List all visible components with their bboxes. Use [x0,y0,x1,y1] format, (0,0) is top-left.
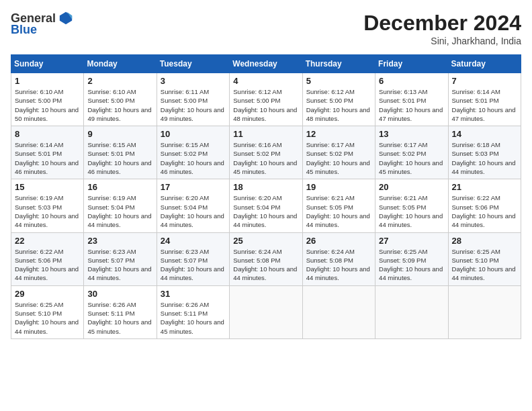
calendar-day-17: 17Sunrise: 6:20 AMSunset: 5:04 PMDayligh… [157,179,229,232]
day-info-29: Sunrise: 6:25 AMSunset: 5:10 PMDaylight:… [15,300,80,336]
day-info-28: Sunrise: 6:25 AMSunset: 5:10 PMDaylight:… [452,247,517,283]
day-info-2: Sunrise: 6:10 AMSunset: 5:00 PMDaylight:… [87,87,152,123]
day-info-25: Sunrise: 6:24 AMSunset: 5:08 PMDaylight:… [233,247,298,283]
empty-cell [302,285,375,338]
day-number-25: 25 [233,236,298,246]
page-header: General Blue December 2024 Sini, Jharkha… [11,11,521,46]
calendar-day-3: 3Sunrise: 6:11 AMSunset: 5:00 PMDaylight… [157,73,229,126]
calendar-table: SundayMondayTuesdayWednesdayThursdayFrid… [11,54,521,339]
day-info-11: Sunrise: 6:16 AMSunset: 5:02 PMDaylight:… [233,140,298,176]
weekday-header-sunday: Sunday [11,55,84,73]
month-title: December 2024 [363,11,521,36]
day-number-22: 22 [15,236,80,246]
day-number-5: 5 [306,76,371,86]
calendar-week-2: 8Sunrise: 6:14 AMSunset: 5:01 PMDaylight… [11,126,521,179]
day-number-16: 16 [87,182,152,192]
calendar-day-21: 21Sunrise: 6:22 AMSunset: 5:06 PMDayligh… [448,179,521,232]
day-info-9: Sunrise: 6:15 AMSunset: 5:01 PMDaylight:… [87,140,152,176]
day-info-7: Sunrise: 6:14 AMSunset: 5:01 PMDaylight:… [452,87,517,123]
day-info-23: Sunrise: 6:23 AMSunset: 5:07 PMDaylight:… [87,247,152,283]
calendar-day-11: 11Sunrise: 6:16 AMSunset: 5:02 PMDayligh… [230,126,302,179]
day-info-26: Sunrise: 6:24 AMSunset: 5:08 PMDaylight:… [306,247,371,283]
calendar-day-8: 8Sunrise: 6:14 AMSunset: 5:01 PMDaylight… [11,126,84,179]
weekday-header-friday: Friday [375,55,448,73]
calendar-day-31: 31Sunrise: 6:26 AMSunset: 5:11 PMDayligh… [157,285,229,338]
day-info-17: Sunrise: 6:20 AMSunset: 5:04 PMDaylight:… [161,193,226,229]
day-info-18: Sunrise: 6:20 AMSunset: 5:04 PMDaylight:… [233,193,298,229]
empty-cell [230,285,302,338]
day-info-13: Sunrise: 6:17 AMSunset: 5:02 PMDaylight:… [379,140,444,176]
day-number-8: 8 [15,129,80,139]
calendar-day-6: 6Sunrise: 6:13 AMSunset: 5:01 PMDaylight… [375,73,448,126]
day-info-10: Sunrise: 6:15 AMSunset: 5:02 PMDaylight:… [161,140,226,176]
day-info-3: Sunrise: 6:11 AMSunset: 5:00 PMDaylight:… [161,87,226,123]
day-number-31: 31 [161,289,226,299]
day-info-5: Sunrise: 6:12 AMSunset: 5:00 PMDaylight:… [306,87,371,123]
logo: General Blue [11,11,73,37]
calendar-day-19: 19Sunrise: 6:21 AMSunset: 5:05 PMDayligh… [302,179,375,232]
day-number-12: 12 [306,129,371,139]
day-number-15: 15 [15,182,80,192]
day-info-30: Sunrise: 6:26 AMSunset: 5:11 PMDaylight:… [87,300,152,336]
calendar-day-1: 1Sunrise: 6:10 AMSunset: 5:00 PMDaylight… [11,73,84,126]
day-number-1: 1 [15,76,80,86]
weekday-header-saturday: Saturday [448,55,521,73]
calendar-day-2: 2Sunrise: 6:10 AMSunset: 5:00 PMDaylight… [84,73,157,126]
day-info-1: Sunrise: 6:10 AMSunset: 5:00 PMDaylight:… [15,87,80,123]
day-number-6: 6 [379,76,444,86]
weekday-header-thursday: Thursday [302,55,375,73]
day-info-16: Sunrise: 6:19 AMSunset: 5:04 PMDaylight:… [87,193,152,229]
day-number-27: 27 [379,236,444,246]
day-info-19: Sunrise: 6:21 AMSunset: 5:05 PMDaylight:… [306,193,371,229]
calendar-day-15: 15Sunrise: 6:19 AMSunset: 5:03 PMDayligh… [11,179,84,232]
weekday-header-tuesday: Tuesday [157,55,229,73]
calendar-day-13: 13Sunrise: 6:17 AMSunset: 5:02 PMDayligh… [375,126,448,179]
weekday-header-wednesday: Wednesday [230,55,302,73]
calendar-day-23: 23Sunrise: 6:23 AMSunset: 5:07 PMDayligh… [84,232,157,285]
title-area: December 2024 Sini, Jharkhand, India [363,11,521,46]
calendar-day-29: 29Sunrise: 6:25 AMSunset: 5:10 PMDayligh… [11,285,84,338]
calendar-day-4: 4Sunrise: 6:12 AMSunset: 5:00 PMDaylight… [230,73,302,126]
calendar-day-28: 28Sunrise: 6:25 AMSunset: 5:10 PMDayligh… [448,232,521,285]
day-info-21: Sunrise: 6:22 AMSunset: 5:06 PMDaylight:… [452,193,517,229]
calendar-day-12: 12Sunrise: 6:17 AMSunset: 5:02 PMDayligh… [302,126,375,179]
day-number-3: 3 [161,76,226,86]
calendar-day-16: 16Sunrise: 6:19 AMSunset: 5:04 PMDayligh… [84,179,157,232]
day-number-13: 13 [379,129,444,139]
location-subtitle: Sini, Jharkhand, India [363,36,521,46]
calendar-week-4: 22Sunrise: 6:22 AMSunset: 5:06 PMDayligh… [11,232,521,285]
day-number-14: 14 [452,129,517,139]
calendar-day-26: 26Sunrise: 6:24 AMSunset: 5:08 PMDayligh… [302,232,375,285]
calendar-day-30: 30Sunrise: 6:26 AMSunset: 5:11 PMDayligh… [84,285,157,338]
day-number-9: 9 [87,129,152,139]
calendar-week-5: 29Sunrise: 6:25 AMSunset: 5:10 PMDayligh… [11,285,521,338]
day-number-20: 20 [379,182,444,192]
day-number-21: 21 [452,182,517,192]
day-info-6: Sunrise: 6:13 AMSunset: 5:01 PMDaylight:… [379,87,444,123]
calendar-day-24: 24Sunrise: 6:23 AMSunset: 5:07 PMDayligh… [157,232,229,285]
day-info-4: Sunrise: 6:12 AMSunset: 5:00 PMDaylight:… [233,87,298,123]
day-number-29: 29 [15,289,80,299]
day-info-15: Sunrise: 6:19 AMSunset: 5:03 PMDaylight:… [15,193,80,229]
empty-cell [375,285,448,338]
day-info-12: Sunrise: 6:17 AMSunset: 5:02 PMDaylight:… [306,140,371,176]
day-number-11: 11 [233,129,298,139]
logo-blue-text: Blue [11,23,37,37]
day-info-20: Sunrise: 6:21 AMSunset: 5:05 PMDaylight:… [379,193,444,229]
calendar-body: 1Sunrise: 6:10 AMSunset: 5:00 PMDaylight… [11,73,521,339]
calendar-day-20: 20Sunrise: 6:21 AMSunset: 5:05 PMDayligh… [375,179,448,232]
day-number-26: 26 [306,236,371,246]
calendar-day-9: 9Sunrise: 6:15 AMSunset: 5:01 PMDaylight… [84,126,157,179]
day-number-28: 28 [452,236,517,246]
weekday-header-row: SundayMondayTuesdayWednesdayThursdayFrid… [11,55,521,73]
calendar-day-18: 18Sunrise: 6:20 AMSunset: 5:04 PMDayligh… [230,179,302,232]
svg-marker-0 [60,12,72,24]
day-number-10: 10 [161,129,226,139]
calendar-day-27: 27Sunrise: 6:25 AMSunset: 5:09 PMDayligh… [375,232,448,285]
day-number-17: 17 [161,182,226,192]
day-info-24: Sunrise: 6:23 AMSunset: 5:07 PMDaylight:… [161,247,226,283]
calendar-day-14: 14Sunrise: 6:18 AMSunset: 5:03 PMDayligh… [448,126,521,179]
day-info-8: Sunrise: 6:14 AMSunset: 5:01 PMDaylight:… [15,140,80,176]
calendar-week-3: 15Sunrise: 6:19 AMSunset: 5:03 PMDayligh… [11,179,521,232]
day-number-23: 23 [87,236,152,246]
